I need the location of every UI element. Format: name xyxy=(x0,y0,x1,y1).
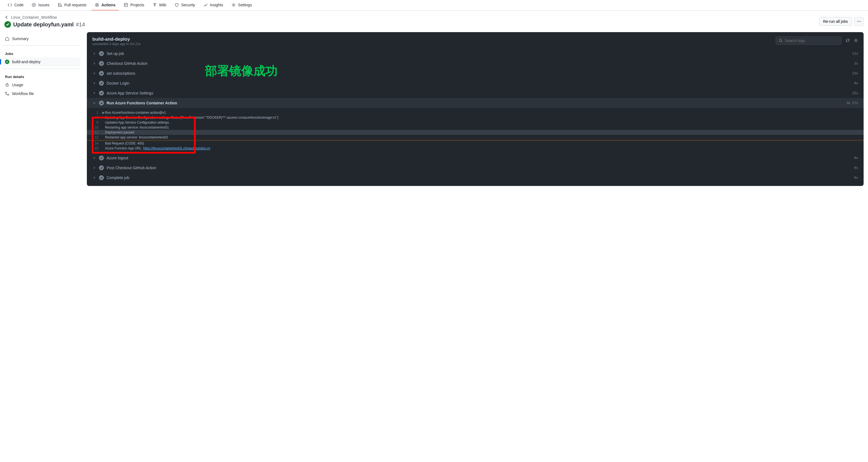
step-row[interactable]: Docker Login0s xyxy=(87,78,864,88)
log-url[interactable]: https://linuxcontainertest01.chinaclouds… xyxy=(143,146,210,150)
sidebar-usage[interactable]: Usage xyxy=(2,80,80,89)
search-icon xyxy=(779,38,782,43)
log-line: 10Restarting app service: linuxcontainer… xyxy=(87,125,864,130)
search-input[interactable] xyxy=(785,38,839,43)
sidebar-summary[interactable]: Summary xyxy=(2,34,80,43)
check-circle-icon xyxy=(99,51,104,56)
sidebar-run-details-heading: Run details xyxy=(2,71,80,80)
step-duration: 13s xyxy=(852,71,858,75)
step-row[interactable]: set subscriptions13s xyxy=(87,68,864,78)
step-duration: 1m 27s xyxy=(846,101,858,105)
gear-icon xyxy=(854,38,858,42)
nav-code-label: Code xyxy=(14,3,23,7)
repo-nav: Code Issues Pull requests Actions Projec… xyxy=(0,0,868,11)
divider xyxy=(2,68,80,69)
chevron-down-icon xyxy=(92,101,96,105)
step-row[interactable]: Checkout GitHub Action3s xyxy=(87,59,864,68)
breadcrumb-label: Linux_Container_Workflow xyxy=(11,15,57,20)
home-icon xyxy=(5,36,9,41)
nav-security[interactable]: Security xyxy=(171,0,198,10)
chevron-right-icon xyxy=(92,176,96,179)
nav-settings[interactable]: Settings xyxy=(228,0,255,10)
step-duration: 0s xyxy=(854,166,858,170)
step-row[interactable]: Azure App Service Settings25s xyxy=(87,88,864,98)
nav-insights[interactable]: Insights xyxy=(200,0,226,10)
log-output: 1▶Run Azure/functions-container-action@v… xyxy=(87,108,864,153)
sidebar-job-build-and-deploy[interactable]: build-and-deploy xyxy=(2,57,80,66)
svg-rect-12 xyxy=(5,92,7,93)
log-panel-title: build-and-deploy xyxy=(92,36,141,42)
search-logs[interactable] xyxy=(776,36,842,45)
step-name: Docker Login xyxy=(106,81,854,86)
chevron-right-icon xyxy=(92,156,96,160)
book-icon xyxy=(153,3,157,7)
gear-icon xyxy=(231,3,236,7)
svg-point-1 xyxy=(34,5,34,5)
nav-issues-label: Issues xyxy=(38,3,49,7)
step-row[interactable]: Post Checkout GitHub Action0s xyxy=(87,163,864,173)
project-icon xyxy=(124,3,128,7)
nav-pulls[interactable]: Pull requests xyxy=(55,0,90,10)
refresh-button[interactable] xyxy=(845,38,850,43)
chevron-right-icon xyxy=(92,62,96,65)
svg-rect-13 xyxy=(8,94,9,95)
step-name: Azure App Service Settings xyxy=(106,91,852,95)
log-line: 1▶Run Azure/functions-container-action@v… xyxy=(87,110,864,115)
step-row[interactable]: Complete job0s xyxy=(87,173,864,183)
sidebar: Summary Jobs build-and-deploy Run detail… xyxy=(0,32,83,190)
kebab-menu-button[interactable] xyxy=(854,17,864,26)
nav-wiki-label: Wiki xyxy=(159,3,166,7)
step-name: Post Checkout GitHub Action xyxy=(106,166,854,170)
graph-icon xyxy=(204,3,208,7)
step-name: Run Azure Functions Container Action xyxy=(106,101,846,105)
nav-projects[interactable]: Projects xyxy=(120,0,148,10)
sidebar-usage-label: Usage xyxy=(12,83,23,87)
nav-code[interactable]: Code xyxy=(4,0,27,10)
step-row[interactable]: Run Azure Functions Container Action1m 2… xyxy=(87,98,864,108)
step-name: Set up job xyxy=(106,52,852,56)
log-line: 12Restarted app service: linuxcontainert… xyxy=(87,135,864,140)
chevron-right-icon xyxy=(92,71,96,75)
log-line: 8Updating App Service Configuration sett… xyxy=(87,115,864,120)
svg-point-7 xyxy=(233,4,235,6)
step-row[interactable]: Azure logout0s xyxy=(87,153,864,163)
check-circle-icon xyxy=(99,91,104,96)
nav-wiki[interactable]: Wiki xyxy=(149,0,169,10)
log-line: 11Deployment passed xyxy=(87,130,864,135)
svg-point-9 xyxy=(859,21,860,22)
nav-issues[interactable]: Issues xyxy=(28,0,53,10)
step-duration: 0s xyxy=(854,176,858,179)
chevron-right-icon xyxy=(92,91,96,95)
sidebar-workflow-file[interactable]: Workflow file xyxy=(2,89,80,98)
step-name: Complete job xyxy=(106,175,854,180)
nav-security-label: Security xyxy=(181,3,195,7)
log-line: 15Azure Function App URL: https://linuxc… xyxy=(87,146,864,151)
nav-insights-label: Insights xyxy=(210,3,223,7)
step-list: Set up job11sCheckout GitHub Action3sset… xyxy=(87,48,864,186)
step-duration: 0s xyxy=(854,81,858,85)
svg-point-15 xyxy=(855,39,857,41)
settings-button[interactable] xyxy=(854,38,858,43)
sync-icon xyxy=(845,38,850,42)
svg-point-10 xyxy=(860,21,861,22)
step-row[interactable]: Set up job11s xyxy=(87,48,864,59)
run-status-icon xyxy=(4,21,11,28)
breadcrumb[interactable]: Linux_Container_Workflow xyxy=(4,15,85,20)
check-circle-icon xyxy=(5,60,9,64)
stopwatch-icon xyxy=(5,83,9,87)
log-panel-subtitle: succeeded 4 days ago in 2m 21s xyxy=(92,42,141,46)
rerun-button[interactable]: Re-run all jobs xyxy=(819,17,852,26)
log-line: 14Bad Request (CODE: 400) xyxy=(87,141,864,146)
nav-actions[interactable]: Actions xyxy=(92,0,119,10)
nav-pulls-label: Pull requests xyxy=(64,3,87,7)
check-circle-icon xyxy=(99,81,104,86)
step-duration: 0s xyxy=(854,156,858,160)
sidebar-workflow-file-label: Workflow file xyxy=(12,92,34,96)
play-icon xyxy=(95,3,99,7)
log-panel: build-and-deploy succeeded 4 days ago in… xyxy=(87,32,864,186)
sidebar-job-label: build-and-deploy xyxy=(12,60,41,64)
step-duration: 11s xyxy=(852,52,858,56)
nav-actions-label: Actions xyxy=(101,3,116,7)
run-number: #14 xyxy=(76,22,85,28)
chevron-right-icon xyxy=(92,81,96,85)
